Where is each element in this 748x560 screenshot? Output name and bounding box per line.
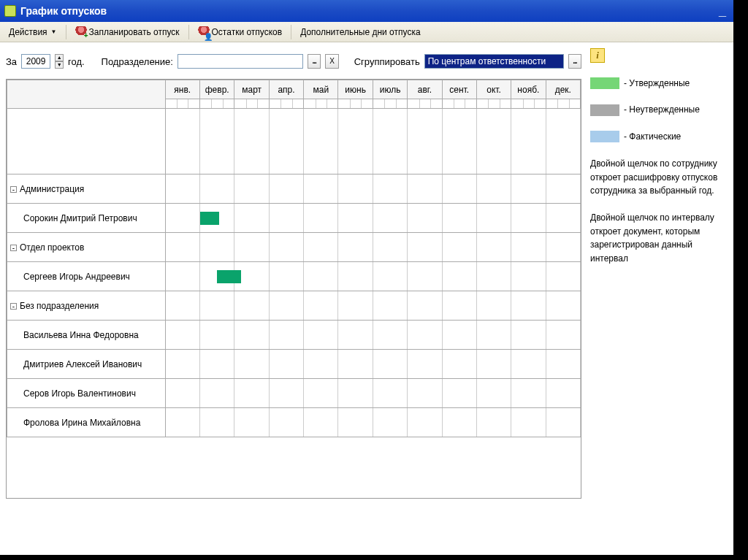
gantt-cell[interactable]	[408, 350, 442, 379]
gantt-cell[interactable]	[304, 408, 338, 437]
department-name-cell[interactable]: -Отдел проектов	[7, 233, 166, 262]
collapse-icon[interactable]: -	[10, 245, 17, 251]
gantt-cell[interactable]	[269, 408, 303, 437]
gantt-cell[interactable]	[304, 321, 338, 350]
employee-name-cell[interactable]: Фролова Ирина Михайловна	[7, 408, 166, 437]
gantt-cell[interactable]	[476, 321, 511, 350]
gantt-cell[interactable]	[199, 321, 234, 350]
gantt-cell[interactable]	[373, 174, 407, 204]
gantt-cell[interactable]	[165, 291, 199, 321]
year-up-button[interactable]: ▲	[55, 54, 64, 61]
collapse-icon[interactable]: -	[10, 186, 17, 193]
gantt-cell[interactable]	[546, 321, 580, 350]
employee-row[interactable]: Серов Игорь Валентинович	[7, 379, 581, 408]
gantt-cell[interactable]	[165, 379, 199, 408]
gantt-cell[interactable]	[165, 204, 199, 233]
gantt-cell[interactable]	[373, 204, 407, 233]
actions-menu[interactable]: Действия ▼	[4, 25, 61, 39]
gantt-cell[interactable]	[511, 408, 546, 437]
gantt-cell[interactable]	[373, 262, 407, 291]
department-lookup-button[interactable]: ...	[308, 54, 321, 69]
gantt-cell[interactable]	[199, 408, 234, 437]
gantt-cell[interactable]	[511, 204, 546, 233]
gantt-cell[interactable]	[442, 291, 476, 321]
gantt-cell[interactable]	[373, 233, 407, 262]
gantt-cell[interactable]	[408, 321, 442, 350]
gantt-cell[interactable]	[338, 291, 373, 321]
gantt-cell[interactable]	[442, 233, 476, 262]
gantt-cell[interactable]	[338, 204, 373, 233]
gantt-cell[interactable]	[408, 204, 442, 233]
gantt-cell[interactable]	[234, 174, 269, 204]
employee-name-cell[interactable]: Дмитриев Алексей Иванович	[7, 350, 166, 379]
gantt-cell[interactable]	[304, 350, 338, 379]
department-row[interactable]: -Без подразделения	[7, 291, 581, 321]
gantt-cell[interactable]	[304, 262, 338, 291]
gantt-cell[interactable]	[304, 233, 338, 262]
vacation-bar[interactable]	[200, 212, 219, 225]
gantt-cell[interactable]	[442, 174, 476, 204]
gantt-cell[interactable]	[234, 204, 269, 233]
department-name-cell[interactable]: -Без подразделения	[7, 291, 166, 321]
department-row[interactable]: -Отдел проектов	[7, 233, 581, 262]
gantt-cell[interactable]	[476, 204, 511, 233]
vacation-remains-button[interactable]: Остатки отпусков	[194, 24, 287, 40]
gantt-cell[interactable]	[304, 174, 338, 204]
gantt-cell[interactable]	[269, 204, 303, 233]
gantt-cell[interactable]	[408, 408, 442, 437]
gantt-cell[interactable]	[338, 174, 373, 204]
gantt-cell[interactable]	[234, 321, 269, 350]
gantt-cell[interactable]	[199, 233, 234, 262]
employee-name-cell[interactable]: Васильева Инна Федоровна	[7, 321, 166, 350]
year-spinner[interactable]: ▲ ▼	[55, 54, 64, 69]
gantt-cell[interactable]	[234, 291, 269, 321]
minimize-button[interactable]: _	[719, 4, 726, 19]
gantt-cell[interactable]	[442, 204, 476, 233]
gantt-cell[interactable]	[442, 408, 476, 437]
gantt-cell[interactable]	[234, 262, 269, 291]
employee-row[interactable]: Сорокин Дмитрий Петрович	[7, 204, 581, 233]
gantt-cell[interactable]	[373, 379, 407, 408]
department-name-cell[interactable]: -Администрация	[7, 174, 166, 204]
gantt-cell[interactable]	[373, 291, 407, 321]
gantt-cell[interactable]	[199, 291, 234, 321]
gantt-cell[interactable]	[373, 408, 407, 437]
gantt-cell[interactable]	[408, 233, 442, 262]
gantt-cell[interactable]	[546, 379, 580, 408]
gantt-cell[interactable]	[199, 379, 234, 408]
gantt-cell[interactable]	[442, 350, 476, 379]
gantt-cell[interactable]	[269, 379, 303, 408]
gantt-cell[interactable]	[408, 291, 442, 321]
info-button[interactable]: i	[590, 48, 605, 63]
gantt-cell[interactable]	[199, 350, 234, 379]
gantt-cell[interactable]	[546, 262, 580, 291]
employee-row[interactable]: Фролова Ирина Михайловна	[7, 408, 581, 437]
employee-row[interactable]: Васильева Инна Федоровна	[7, 321, 581, 350]
gantt-cell[interactable]	[269, 262, 303, 291]
employee-name-cell[interactable]: Серов Игорь Валентинович	[7, 379, 166, 408]
gantt-cell[interactable]	[234, 350, 269, 379]
gantt-cell[interactable]	[165, 262, 199, 291]
gantt-cell[interactable]	[408, 379, 442, 408]
gantt-cell[interactable]	[338, 379, 373, 408]
gantt-cell[interactable]	[511, 174, 546, 204]
gantt-cell[interactable]	[476, 174, 511, 204]
employee-row[interactable]: Сергеев Игорь Андреевич	[7, 262, 581, 291]
gantt-cell[interactable]	[199, 262, 234, 291]
gantt-cell[interactable]	[546, 291, 580, 321]
gantt-cell[interactable]	[338, 262, 373, 291]
gantt-cell[interactable]	[165, 408, 199, 437]
gantt-cell[interactable]	[511, 321, 546, 350]
gantt-cell[interactable]	[373, 350, 407, 379]
employee-row[interactable]: Дмитриев Алексей Иванович	[7, 350, 581, 379]
year-input[interactable]	[21, 54, 50, 69]
gantt-cell[interactable]	[199, 204, 234, 233]
gantt-cell[interactable]	[408, 174, 442, 204]
gantt-cell[interactable]	[511, 379, 546, 408]
gantt-cell[interactable]	[408, 262, 442, 291]
gantt-cell[interactable]	[511, 233, 546, 262]
gantt-cell[interactable]	[373, 321, 407, 350]
department-input[interactable]	[178, 54, 303, 69]
plan-vacation-button[interactable]: Запланировать отпуск	[71, 24, 184, 40]
gantt-cell[interactable]	[476, 233, 511, 262]
